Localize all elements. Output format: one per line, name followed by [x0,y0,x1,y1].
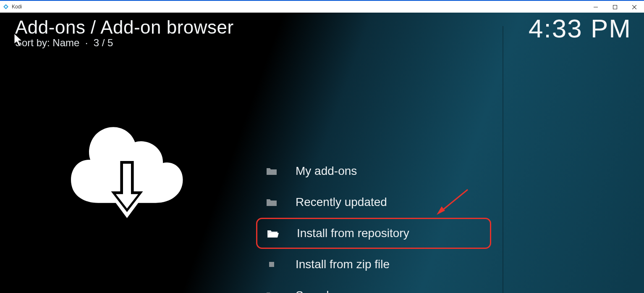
kodi-logo-icon [3,3,9,10]
menu-list: My add-ons Recently updated Install from… [256,156,491,293]
menu-item-label: Install from repository [297,227,409,240]
close-button[interactable] [625,1,644,13]
maximize-button[interactable] [605,1,625,13]
app-body: Add-ons / Add-on browser Sort by: Name ·… [0,13,644,293]
folder-open-icon [267,229,279,238]
menu-item-label: Search [296,289,333,293]
svg-rect-1 [613,5,617,9]
folder-icon [265,291,278,293]
folder-icon [265,198,278,206]
clock: 4:33 PM [529,13,631,43]
menu-item-recently-updated[interactable]: Recently updated [256,187,491,218]
menu-item-my-addons[interactable]: My add-ons [256,156,491,187]
minimize-button[interactable] [586,1,605,13]
separator: · [85,37,88,48]
window-controls [586,1,644,13]
vertical-divider [503,26,503,293]
header: Add-ons / Add-on browser Sort by: Name ·… [15,17,631,49]
menu-item-label: My add-ons [296,164,357,178]
menu-item-install-from-zip[interactable]: Install from zip file [256,249,491,280]
menu-item-label: Install from zip file [296,258,390,271]
menu-item-search[interactable]: Search [256,280,491,293]
mouse-cursor-icon [13,33,25,50]
window-titlebar: Kodi [0,0,644,13]
folder-icon [265,167,278,175]
window-title: Kodi [12,4,22,10]
menu-item-label: Recently updated [296,195,387,209]
breadcrumb: Add-ons / Add-on browser [15,17,234,38]
menu-item-install-from-repository[interactable]: Install from repository [256,218,491,249]
cloud-download-icon [67,120,187,227]
list-position: 3 / 5 [94,37,113,48]
svg-rect-8 [269,262,274,267]
file-icon [265,261,278,267]
sort-info: Sort by: Name · 3 / 5 [15,37,234,49]
